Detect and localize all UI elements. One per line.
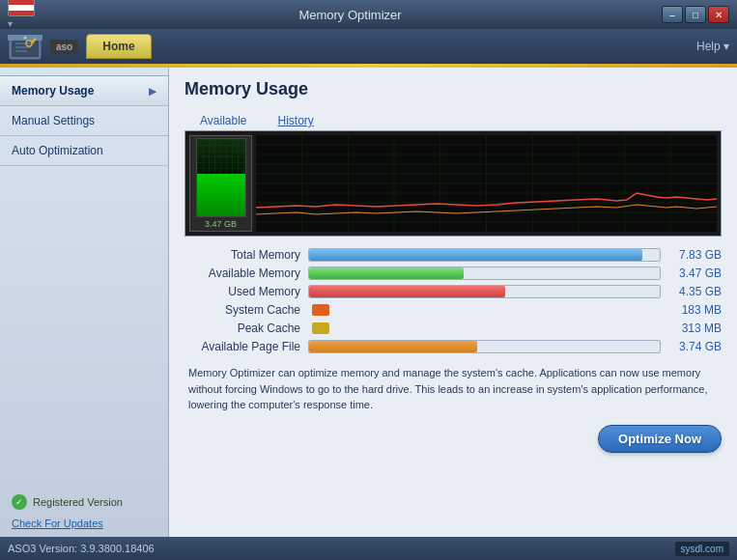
stat-bar-red: [309, 286, 505, 297]
stat-label: Available Memory: [184, 266, 300, 280]
stat-bar-orange-small: [312, 304, 329, 316]
aso-badge: aso: [50, 40, 78, 54]
registered-icon: ✓: [12, 494, 27, 510]
stat-row-available: Available Memory 3.47 GB: [184, 266, 722, 280]
stat-row-page-file: Available Page File 3.74 GB: [184, 340, 722, 353]
stat-row-peak-cache: Peak Cache 313 MB: [184, 322, 722, 335]
registered-label: Registered Version: [33, 496, 123, 508]
status-bar: ASO3 Version: 3.9.3800.18406 sysdl.com: [0, 537, 737, 560]
main-layout: Memory Usage ▶ Manual Settings Auto Opti…: [0, 68, 737, 537]
sidebar-item-label: Auto Optimization: [12, 144, 103, 157]
chart-container: 3.47 GB: [184, 130, 722, 237]
stat-bar-container: [308, 248, 661, 262]
history-chart: [256, 135, 717, 232]
history-svg: [256, 135, 717, 232]
title-bar-title: Memory Optimizer: [39, 8, 662, 22]
title-bar-controls: – □ ✕: [662, 6, 729, 23]
stat-label: Total Memory: [184, 248, 300, 262]
sidebar: Memory Usage ▶ Manual Settings Auto Opti…: [0, 68, 169, 537]
svg-point-3: [24, 37, 27, 40]
stat-bar-container: [308, 266, 661, 280]
memory-stats: Total Memory 7.83 GB Available Memory 3.…: [184, 248, 722, 353]
stat-bar-blue: [309, 249, 642, 261]
close-button[interactable]: ✕: [708, 6, 729, 23]
stat-value: 183 MB: [668, 303, 722, 317]
chart-tabs: Available History: [184, 111, 722, 130]
tab-available[interactable]: Available: [184, 111, 262, 130]
sidebar-item-manual-settings[interactable]: Manual Settings: [0, 106, 168, 136]
registered-badge: ✓ Registered Version: [12, 494, 156, 510]
title-bar: ▾ Memory Optimizer – □ ✕: [0, 0, 737, 29]
stat-value: 3.47 GB: [668, 266, 722, 280]
tab-history[interactable]: History: [262, 111, 328, 130]
sidebar-item-label: Memory Usage: [12, 84, 94, 98]
maximize-button[interactable]: □: [685, 6, 706, 23]
stat-label: Available Page File: [184, 340, 300, 353]
sidebar-item-memory-usage[interactable]: Memory Usage ▶: [0, 75, 168, 106]
check-updates-link[interactable]: Check For Updates: [12, 518, 156, 529]
gauge-bar-container: [196, 138, 246, 217]
menu-bar: aso Home Help ▾: [0, 29, 737, 64]
stat-bar-green: [309, 267, 464, 279]
minimize-button[interactable]: –: [662, 6, 683, 23]
memory-gauge: 3.47 GB: [189, 135, 252, 232]
gauge-bar-green: [197, 174, 245, 216]
stat-bar-container: [308, 340, 661, 353]
stat-value: 3.74 GB: [668, 340, 722, 353]
stat-bar-orange-wide: [309, 341, 477, 352]
stat-row-total: Total Memory 7.83 GB: [184, 248, 722, 262]
sidebar-item-label: Manual Settings: [12, 114, 95, 127]
flag-dropdown[interactable]: ▾: [8, 18, 13, 29]
stat-bar-yellow-small: [312, 322, 329, 334]
optimize-now-button[interactable]: Optimize Now: [598, 425, 722, 453]
app-logo-icon: [8, 30, 43, 63]
flag-icon: [8, 0, 35, 16]
sidebar-footer: ✓ Registered Version Check For Updates: [0, 487, 168, 537]
stat-row-used: Used Memory 4.35 GB: [184, 285, 722, 298]
stat-label: Peak Cache: [184, 322, 300, 335]
logo-area: [8, 30, 43, 63]
svg-rect-1: [12, 40, 39, 57]
help-button[interactable]: Help ▾: [696, 40, 729, 53]
sysdl-badge: sysdl.com: [675, 542, 729, 556]
gauge-bar-dark: [197, 139, 245, 174]
stat-bar-container: [308, 285, 661, 298]
gauge-label: 3.47 GB: [205, 219, 237, 229]
stat-value: 7.83 GB: [668, 248, 722, 262]
content-area: Memory Usage Available History 3.47 GB: [169, 68, 737, 537]
content-title: Memory Usage: [184, 79, 722, 99]
sidebar-item-auto-optimization[interactable]: Auto Optimization: [0, 136, 168, 166]
stat-value: 313 MB: [668, 322, 722, 335]
version-label: ASO3 Version: 3.9.3800.18406: [8, 543, 155, 554]
stat-label: System Cache: [184, 303, 300, 317]
description: Memory Optimizer can optimize memory and…: [184, 365, 722, 413]
stat-label: Used Memory: [184, 285, 300, 298]
stat-value: 4.35 GB: [668, 285, 722, 298]
sidebar-arrow-icon: ▶: [149, 86, 156, 97]
home-tab[interactable]: Home: [86, 34, 151, 59]
stat-row-system-cache: System Cache 183 MB: [184, 303, 722, 317]
flag-area: ▾: [8, 0, 39, 30]
